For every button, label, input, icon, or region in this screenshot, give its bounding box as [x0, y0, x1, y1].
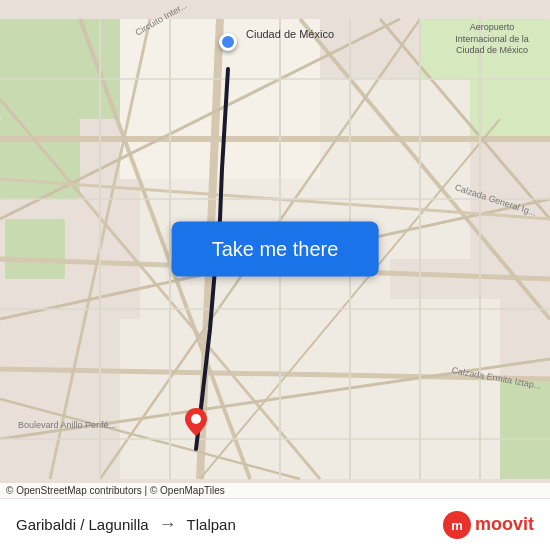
moovit-logo: m moovit: [443, 511, 534, 539]
arrow-icon: →: [159, 514, 177, 535]
route-from: Garibaldi / Lagunilla: [16, 516, 149, 533]
cdmx-label: Ciudad de México: [246, 28, 334, 40]
take-me-there-button[interactable]: Take me there: [172, 222, 379, 277]
svg-rect-2: [0, 119, 80, 199]
svg-text:m: m: [451, 518, 463, 533]
svg-rect-1: [0, 19, 120, 119]
svg-rect-3: [5, 219, 65, 279]
destination-pin: [185, 408, 207, 436]
map-attribution: © OpenStreetMap contributors | © OpenMap…: [0, 483, 550, 498]
route-to: Tlalpan: [187, 516, 236, 533]
boulevard-label: Boulevard Anillo Perifé...: [18, 420, 116, 430]
svg-point-38: [191, 414, 201, 424]
moovit-icon: m: [443, 511, 471, 539]
airport-label: Aeropuerto Internacional de la Ciudad de…: [452, 22, 532, 57]
app-container: Circuito Inter... Ciudad de México Aerop…: [0, 0, 550, 550]
origin-pin: [219, 33, 237, 51]
moovit-text: moovit: [475, 514, 534, 535]
svg-rect-10: [300, 299, 500, 479]
bottom-bar: Garibaldi / Lagunilla → Tlalpan m moovit: [0, 498, 550, 550]
map-area: Circuito Inter... Ciudad de México Aerop…: [0, 0, 550, 498]
